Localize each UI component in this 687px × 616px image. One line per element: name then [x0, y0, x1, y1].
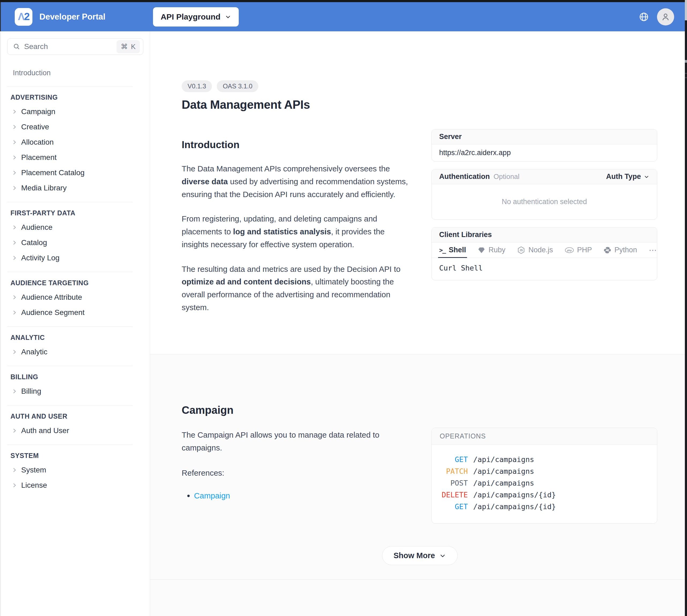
sidebar-item[interactable]: System [1, 462, 150, 478]
operation-row[interactable]: GET /api/campaigns/{id} [440, 501, 649, 513]
campaign-reference-link[interactable]: Campaign [194, 491, 230, 500]
tab-ruby[interactable]: Ruby [478, 242, 505, 258]
sidebar-item-label: Audience [21, 223, 52, 232]
chevron-right-icon [12, 482, 17, 488]
user-icon [661, 12, 670, 22]
server-card-header: Server [432, 129, 657, 145]
server-card-title: Server [439, 133, 461, 141]
introduction-text-column: Introduction The Data Management APIs co… [182, 129, 412, 314]
sidebar-item[interactable]: License [1, 478, 150, 493]
campaign-heading: Campaign [182, 404, 412, 416]
sidebar-item[interactable]: Campaign [1, 104, 150, 119]
server-url-selector[interactable]: https://a2rc.aiderx.app [432, 145, 657, 161]
tab-python[interactable]: Python [604, 242, 637, 258]
sidebar-divider [7, 366, 133, 366]
screen-left-edge-artifact [0, 2, 1, 616]
operation-row[interactable]: PATCH /api/campaigns [440, 465, 649, 477]
chevron-right-icon [12, 294, 17, 300]
authentication-empty-state: No authentication selected [432, 184, 657, 219]
app-header: Λ2 Developer Portal API Playground [1, 2, 685, 31]
authentication-card: Authentication Optional Auth Type No aut… [431, 169, 657, 220]
sidebar-item[interactable]: Audience Attribute [1, 289, 150, 305]
sidebar-item[interactable]: Catalog [1, 235, 150, 250]
tab-python-label: Python [615, 246, 637, 254]
ruby-gem-icon [478, 246, 485, 254]
sidebar-item-label: Billing [21, 387, 41, 396]
operation-row[interactable]: POST /api/campaigns [440, 477, 649, 489]
client-libraries-header: Client Libraries [432, 227, 657, 242]
chevron-down-icon [225, 14, 231, 20]
sidebar-section-items: Billing [1, 383, 150, 399]
sidebar-section-title: BILLING [1, 373, 150, 381]
version-badge: V0.1.3 [182, 80, 212, 92]
operations-title: OPERATIONS [440, 432, 486, 440]
sidebar-item-label: Placement [21, 153, 57, 162]
sidebar-section-items: Analytic [1, 344, 150, 359]
chevron-right-icon [12, 349, 17, 355]
chevron-right-icon [12, 185, 17, 191]
sidebar-item[interactable]: Audience [1, 220, 150, 235]
client-libraries-card: Client Libraries >_ Shell Ruby JS [431, 227, 657, 280]
chevron-right-icon [12, 124, 17, 130]
sidebar-section-items: Audience Catalog Activity Log [1, 220, 150, 265]
http-method-label: GET [440, 501, 468, 513]
language-globe-button[interactable] [639, 12, 649, 22]
sidebar-item[interactable]: Allocation [1, 134, 150, 150]
php-icon: php [565, 247, 574, 254]
terminal-icon: >_ [439, 247, 446, 254]
server-url: https://a2rc.aiderx.app [439, 149, 511, 157]
sidebar-item-label: License [21, 481, 47, 490]
sidebar-item[interactable]: Audience Segment [1, 305, 150, 320]
code-snippet: Curl Shell [432, 258, 657, 280]
operation-row[interactable]: DELETE /api/campaigns/{id} [440, 489, 649, 501]
client-library-tabs: >_ Shell Ruby JS Node.js php [432, 242, 657, 258]
chevron-right-icon [12, 240, 17, 246]
chevron-right-icon [12, 255, 17, 261]
endpoint-path: /api/campaigns [473, 477, 534, 489]
sidebar-divider [7, 86, 133, 87]
sidebar-item[interactable]: Placement Catalog [1, 165, 150, 180]
authentication-card-header: Authentication Optional Auth Type [432, 169, 657, 184]
page-title: Data Management APIs [182, 98, 658, 111]
introduction-paragraph: The Data Management APIs comprehensively… [182, 162, 412, 201]
sidebar-item[interactable]: Activity Log [1, 250, 150, 265]
tab-php[interactable]: php PHP [565, 242, 592, 258]
section-next-placeholder [150, 579, 685, 616]
screen-right-edge-artifact [685, 0, 687, 616]
user-avatar[interactable] [657, 8, 674, 25]
sidebar-item[interactable]: Media Library [1, 180, 150, 196]
sidebar-section: AUDIENCE TARGETING Audience Attribute Au… [1, 272, 150, 320]
sidebar-section-items: Campaign Creative Allocation [1, 104, 150, 196]
chevron-right-icon [12, 109, 17, 115]
sidebar-item[interactable]: Placement [1, 150, 150, 165]
auth-type-dropdown[interactable]: Auth Type [606, 173, 649, 181]
more-libraries-button[interactable]: ⋯ [649, 246, 657, 254]
tab-shell[interactable]: >_ Shell [439, 242, 466, 258]
sidebar-section: AUTH AND USER Auth and User [1, 405, 150, 438]
sidebar-item[interactable]: Billing [1, 383, 150, 399]
sidebar-item[interactable]: Analytic [1, 344, 150, 359]
operations-card: OPERATIONS GET /api/campaigns PATCH [431, 428, 657, 524]
api-playground-dropdown[interactable]: API Playground [153, 7, 238, 26]
sidebar-divider [7, 405, 133, 405]
search-input[interactable] [24, 42, 113, 51]
sidebar: ⌘ K Introduction ADVERTISING Campaign [1, 31, 150, 616]
search-box[interactable]: ⌘ K [7, 38, 143, 55]
sidebar-section-title: ADVERTISING [1, 93, 150, 101]
endpoint-path: /api/campaigns [473, 454, 534, 465]
operation-row[interactable]: GET /api/campaigns [440, 454, 649, 465]
sidebar-item-label: Auth and User [21, 426, 69, 435]
sidebar-section-title: AUTH AND USER [1, 413, 150, 420]
tab-nodejs[interactable]: JS Node.js [517, 242, 553, 258]
sidebar-item[interactable]: Auth and User [1, 423, 150, 438]
sidebar-item-introduction[interactable]: Introduction [1, 66, 150, 80]
show-more-button[interactable]: Show More [382, 546, 458, 565]
sidebar-item[interactable]: Creative [1, 119, 150, 134]
sidebar-item-label: Activity Log [21, 254, 60, 262]
http-method-label: DELETE [440, 489, 468, 501]
sidebar-item-label: Creative [21, 123, 49, 131]
chevron-right-icon [12, 224, 17, 230]
endpoint-path: /api/campaigns/{id} [473, 501, 556, 513]
python-icon [604, 246, 611, 254]
brand-logo[interactable]: Λ2 [15, 8, 33, 26]
